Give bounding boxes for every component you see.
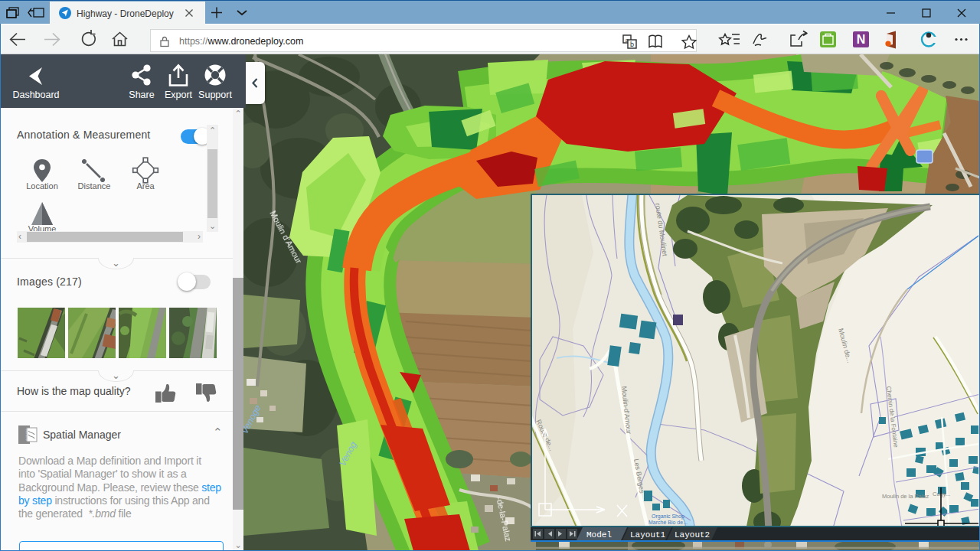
svg-text:Layout1: Layout1 bbox=[630, 530, 666, 540]
svg-text:Model: Model bbox=[586, 530, 612, 540]
svg-text:Share: Share bbox=[129, 90, 154, 100]
svg-text:b: b bbox=[630, 41, 634, 48]
svg-text:Moulin de la Palaz: Moulin de la Palaz bbox=[882, 493, 929, 500]
svg-text:N: N bbox=[857, 33, 866, 46]
svg-text:Marché Bio de...: Marché Bio de... bbox=[648, 520, 688, 525]
svg-text:Export: Export bbox=[165, 90, 193, 100]
svg-text:Support: Support bbox=[198, 90, 232, 100]
svg-text:Organic Shop: Organic Shop bbox=[652, 514, 684, 520]
svg-text:Layout2: Layout2 bbox=[675, 530, 710, 540]
svg-text:Dashboard: Dashboard bbox=[12, 90, 59, 100]
